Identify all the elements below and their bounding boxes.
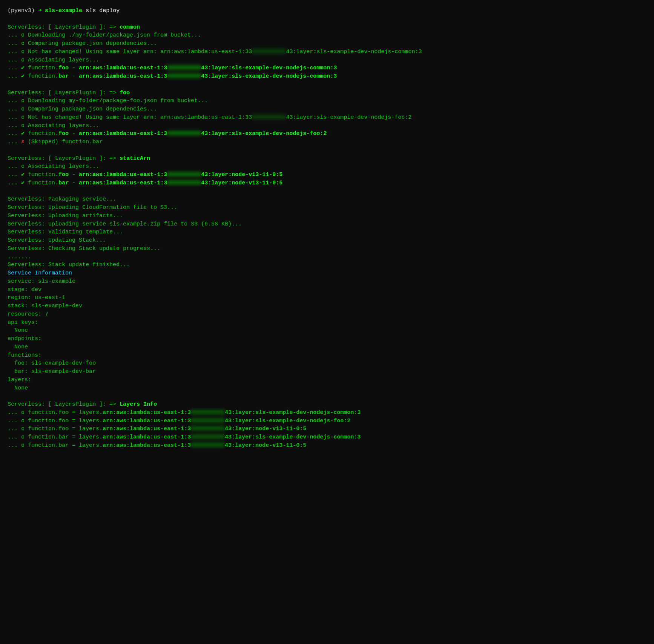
redacted-arn: XXXXXXXXXX (252, 113, 286, 122)
layers-info-line: ... o function.bar = layers.arn:aws:lamb… (8, 442, 646, 450)
service-info-line: stack: sls-example-dev (8, 302, 646, 310)
layers-info-line: ... o function.foo = layers.arn:aws:lamb… (8, 425, 646, 433)
service-info-line: None (8, 327, 646, 335)
layers-info-line: ... o function.foo = layers.arn:aws:lamb… (8, 409, 646, 417)
static-section-header: Serverless: [ LayersPlugin ]: => staticA… (8, 155, 646, 163)
prompt-line: (pyenv3) ➜ sls-example sls deploy (8, 7, 646, 15)
blank-line (8, 392, 646, 400)
log-line: Serverless: Checking Stack update progre… (8, 245, 646, 253)
prompt-env: (pyenv3) (8, 8, 35, 14)
terminal-window: (pyenv3) ➜ sls-example sls deploy Server… (8, 7, 646, 450)
log-line: ... o Downloading my-folder/package-foo.… (8, 97, 646, 105)
blank-line (8, 146, 646, 155)
prompt-arrow: ➜ (38, 8, 41, 14)
prompt-dir: sls-example (45, 8, 82, 14)
blank-line (8, 187, 646, 196)
redacted-arn: XXXXXXXXXX (252, 48, 286, 56)
log-line: Serverless: Validating template... (8, 228, 646, 236)
foo-section-header: Serverless: [ LayersPlugin ]: => foo (8, 89, 646, 97)
layers-info-header: Serverless: [ LayersPlugin ]: => Layers … (8, 400, 646, 409)
service-info-header: Service Information (8, 269, 646, 278)
service-info-line: region: us-east-1 (8, 294, 646, 302)
log-line: ... o Comparing package.json dependencie… (8, 40, 646, 48)
log-line: Serverless: Uploading service sls-exampl… (8, 220, 646, 228)
service-info-line: bar: sls-example-dev-bar (8, 368, 646, 376)
redacted-arn: XXXXXXXXXX (167, 130, 201, 138)
service-info-line: service: sls-example (8, 278, 646, 286)
log-line: ... o Comparing package.json dependencie… (8, 105, 646, 113)
log-line: Serverless: Updating Stack... (8, 236, 646, 245)
service-info-line: None (8, 343, 646, 351)
log-line: ... o Not has changed! Using same layer … (8, 48, 646, 56)
log-line: Serverless: Stack update finished... (8, 261, 646, 269)
log-line: Serverless: Uploading artifacts... (8, 212, 646, 220)
redacted-arn: XXXXXXXXXX (167, 179, 201, 187)
redacted-arn: XXXXXXXXXX (191, 417, 225, 425)
prompt-cmd: sls deploy (86, 8, 120, 14)
blank-line (8, 15, 646, 23)
layers-info-line: ... o function.bar = layers.arn:aws:lamb… (8, 433, 646, 442)
redacted-arn: XXXXXXXXXX (191, 425, 225, 433)
redacted-arn: XXXXXXXXXX (167, 64, 201, 72)
log-line: ... o Associating layers... (8, 122, 646, 130)
service-info-line: api keys: (8, 319, 646, 327)
redacted-arn: XXXXXXXXXX (191, 409, 225, 417)
redacted-arn: XXXXXXXXXX (191, 442, 225, 450)
redacted-arn: XXXXXXXXXX (167, 171, 201, 179)
log-line: ... o Downloading ./my-folder/package.js… (8, 31, 646, 40)
log-line: ... ✔ function.foo - arn:aws:lambda:us-e… (8, 130, 646, 138)
service-info-line: resources: 7 (8, 310, 646, 319)
common-section-header: Serverless: [ LayersPlugin ]: => common (8, 23, 646, 32)
log-line: ... o Not has changed! Using same layer … (8, 113, 646, 122)
service-info-line: foo: sls-example-dev-foo (8, 359, 646, 368)
log-line: ... ✔ function.foo - arn:aws:lambda:us-e… (8, 171, 646, 179)
log-line: Serverless: Uploading CloudFormation fil… (8, 204, 646, 212)
log-line: ... o Associating layers... (8, 56, 646, 64)
log-line: ... ✔ function.bar - arn:aws:lambda:us-e… (8, 179, 646, 187)
layers-info-line: ... o function.foo = layers.arn:aws:lamb… (8, 417, 646, 425)
service-info-line: endpoints: (8, 335, 646, 343)
log-line: ... ✔ function.bar - arn:aws:lambda:us-e… (8, 72, 646, 81)
log-line: Serverless: Packaging service... (8, 195, 646, 204)
redacted-arn: XXXXXXXXXX (191, 433, 225, 442)
progress-dots: ....... (8, 253, 646, 261)
log-line: ... ✗ (Skipped) function.bar (8, 138, 646, 146)
log-line: ... o Associating layers... (8, 163, 646, 171)
log-line: ... ✔ function.foo - arn:aws:lambda:us-e… (8, 64, 646, 72)
service-info-line: stage: dev (8, 286, 646, 294)
blank-line (8, 81, 646, 89)
service-info-line: functions: (8, 351, 646, 360)
service-info-line: None (8, 384, 646, 393)
redacted-arn: XXXXXXXXXX (167, 72, 201, 81)
service-info-line: layers: (8, 376, 646, 384)
